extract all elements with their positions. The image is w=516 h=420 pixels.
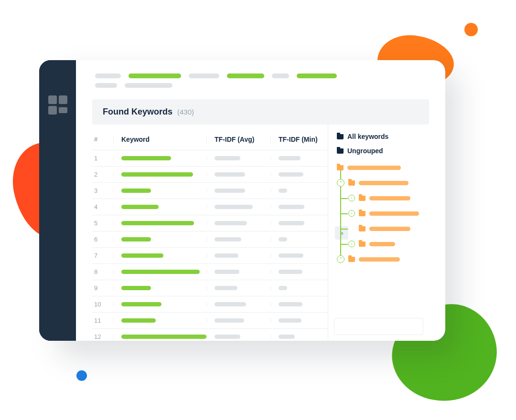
table-row[interactable]: 1 — [92, 150, 328, 167]
cell-tfidf-min — [270, 286, 328, 290]
cell-tfidf-min — [270, 335, 328, 339]
table-row[interactable]: 9 — [92, 280, 328, 296]
cell-tfidf-min — [270, 189, 328, 193]
cell-keyword — [113, 172, 206, 177]
group-label: Ungrouped — [347, 147, 383, 155]
chevron-down-icon[interactable]: ˅ — [337, 255, 344, 263]
group-node[interactable]: › — [337, 206, 429, 221]
sidebar — [39, 60, 76, 341]
folder-icon — [337, 165, 344, 170]
row-number: 9 — [92, 284, 113, 292]
chevron-right-icon[interactable]: › — [348, 241, 355, 247]
crumb-item[interactable] — [95, 83, 117, 88]
cell-tfidf-min — [270, 205, 328, 209]
cell-tfidf-avg — [206, 286, 270, 290]
chevron-right-icon[interactable]: › — [348, 195, 355, 201]
group-label: All keywords — [347, 133, 388, 140]
table-row[interactable]: 4 — [92, 199, 328, 215]
folder-icon — [337, 148, 344, 154]
group-ungrouped[interactable]: Ungrouped — [337, 144, 429, 158]
cell-tfidf-min — [270, 318, 328, 323]
crumb-item[interactable] — [189, 74, 219, 78]
cell-keyword — [113, 221, 206, 225]
crumb-item[interactable] — [95, 74, 121, 78]
folder-icon — [348, 257, 355, 262]
crumb-item[interactable] — [272, 74, 289, 78]
table-row[interactable]: 11 — [92, 313, 328, 329]
col-tfidf-avg[interactable]: TF-IDF (Avg) — [206, 136, 270, 143]
folder-icon — [359, 226, 366, 231]
table-row[interactable]: 3 — [92, 183, 328, 199]
table-row[interactable]: 12 — [92, 329, 328, 341]
cell-tfidf-min — [270, 302, 328, 306]
col-number[interactable]: # — [92, 136, 113, 143]
cell-keyword — [113, 205, 206, 209]
table-row[interactable]: 5 — [92, 215, 328, 231]
group-label-placeholder — [369, 211, 419, 216]
group-node[interactable] — [337, 160, 429, 175]
cell-keyword — [113, 318, 206, 323]
row-number: 12 — [92, 333, 113, 340]
crumb-item[interactable] — [125, 83, 172, 88]
row-number: 2 — [92, 171, 113, 178]
cell-keyword — [113, 189, 206, 193]
cell-tfidf-avg — [206, 172, 270, 177]
table-row[interactable]: 7 — [92, 248, 328, 264]
group-node[interactable]: ˅ — [337, 175, 429, 190]
section-title: Found Keywords — [103, 107, 172, 117]
cell-keyword — [113, 286, 206, 290]
groups-sidebar: » All keywords Ungrouped ˅›››˅ — [328, 125, 429, 341]
decor-dot-orange — [464, 23, 478, 36]
crumb-item[interactable] — [297, 74, 337, 78]
group-label-placeholder — [359, 257, 400, 262]
folder-icon — [359, 242, 366, 247]
breadcrumb — [76, 60, 445, 93]
cell-tfidf-min — [270, 237, 328, 242]
row-number: 5 — [92, 220, 113, 227]
table-header: # Keyword TF-IDF (Avg) TF-IDF (Min) — [92, 128, 328, 150]
cell-tfidf-avg — [206, 205, 270, 209]
row-number: 4 — [92, 203, 113, 210]
cell-tfidf-min — [270, 253, 328, 258]
cell-keyword — [113, 237, 206, 242]
table-row[interactable]: 2 — [92, 167, 328, 183]
section-count: (430) — [177, 108, 194, 116]
cell-tfidf-avg — [206, 253, 270, 258]
crumb-item[interactable] — [129, 74, 181, 78]
table-row[interactable]: 8 — [92, 264, 328, 280]
group-label-placeholder — [347, 166, 401, 170]
table-row[interactable]: 6 — [92, 231, 328, 248]
folder-icon — [337, 134, 344, 139]
cell-tfidf-min — [270, 172, 328, 177]
cell-tfidf-min — [270, 270, 328, 274]
decor-dot-blue — [76, 370, 87, 381]
crumb-item[interactable] — [227, 74, 264, 78]
cell-tfidf-avg — [206, 156, 270, 160]
cell-tfidf-avg — [206, 237, 270, 242]
row-number: 11 — [92, 317, 113, 324]
groups-footer-input[interactable] — [334, 318, 423, 335]
group-label-placeholder — [369, 227, 410, 231]
group-node[interactable] — [337, 221, 429, 236]
cell-keyword — [113, 302, 206, 306]
group-node[interactable]: ˅ — [337, 252, 429, 267]
table-row[interactable]: 10 — [92, 296, 328, 313]
cell-keyword — [113, 270, 206, 274]
apps-grid-icon[interactable] — [48, 95, 67, 115]
chevron-down-icon[interactable]: ˅ — [337, 179, 344, 187]
row-number: 7 — [92, 252, 113, 259]
group-node[interactable]: › — [337, 190, 429, 206]
folder-icon — [348, 180, 355, 186]
cell-tfidf-avg — [206, 221, 270, 225]
row-number: 6 — [92, 236, 113, 243]
row-number: 10 — [92, 301, 113, 308]
chevron-right-icon[interactable]: › — [348, 210, 355, 217]
main-panel: Found Keywords (430) # Keyword TF-IDF (A… — [76, 60, 445, 341]
group-all-keywords[interactable]: All keywords — [337, 129, 429, 144]
group-node[interactable]: › — [337, 236, 429, 252]
col-keyword[interactable]: Keyword — [113, 136, 206, 143]
cell-tfidf-avg — [206, 302, 270, 306]
group-label-placeholder — [369, 242, 395, 246]
col-tfidf-min[interactable]: TF-IDF (Min) — [270, 136, 328, 143]
row-number: 1 — [92, 155, 113, 162]
